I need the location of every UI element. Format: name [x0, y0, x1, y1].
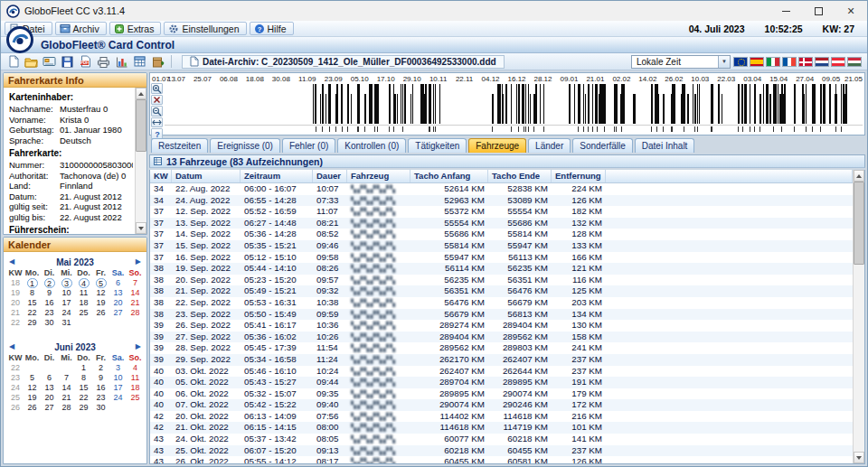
column-header-entfernung[interactable]: Entfernung: [552, 170, 606, 182]
calendar-day[interactable]: 13: [41, 383, 58, 393]
flag-dk-icon[interactable]: [798, 57, 813, 67]
calendar-day[interactable]: 5: [24, 373, 41, 383]
calendar-day[interactable]: 30: [41, 318, 58, 328]
toolbar-card-reader-icon[interactable]: [41, 54, 58, 69]
calendar-day[interactable]: 25: [75, 308, 92, 318]
table-row[interactable]: 4326. Okt. 202205:55 - 14:1208:17▚▞▚▞▚▞▚…: [150, 456, 853, 463]
table-row[interactable]: 3927. Sep. 202205:36 - 16:0210:26▚▞▚▞▚▞▚…: [150, 332, 853, 343]
column-header-zeitraum[interactable]: Zeitraum: [241, 170, 313, 182]
calendar-day[interactable]: 8: [75, 373, 92, 383]
maximize-button[interactable]: [802, 1, 835, 21]
table-row[interactable]: 4325. Okt. 202206:07 - 15:2009:13▚▞▚▞▚▞▚…: [150, 445, 853, 457]
calendar-day[interactable]: 1: [75, 363, 92, 373]
toolbar-chart-icon[interactable]: [113, 54, 130, 69]
table-scrollbar[interactable]: [853, 170, 864, 463]
calendar-day[interactable]: 12: [92, 288, 109, 298]
tab-sonderfälle[interactable]: Sonderfälle: [572, 138, 633, 153]
scroll-thumb[interactable]: [136, 99, 146, 152]
scroll-track[interactable]: [854, 182, 864, 452]
calendar-day[interactable]: 28: [58, 403, 75, 413]
toolbar-new-file-icon[interactable]: [5, 54, 22, 69]
calendar-day[interactable]: 27: [41, 403, 58, 413]
tab-fahrzeuge[interactable]: Fahrzeuge: [468, 138, 526, 153]
table-row[interactable]: 4003. Okt. 202205:46 - 16:1010:24▚▞▚▞▚▞▚…: [150, 366, 853, 378]
minimize-button[interactable]: [769, 1, 802, 21]
calendar-day[interactable]: 9: [41, 288, 58, 298]
table-row[interactable]: 3713. Sep. 202206:27 - 14:4808:21▚▞▚▞▚▞▚…: [150, 218, 853, 229]
calendar-day[interactable]: 27: [109, 308, 127, 318]
table-row[interactable]: 3712. Sep. 202205:52 - 16:5911:07▚▞▚▞▚▞▚…: [150, 206, 853, 218]
calendar-day[interactable]: 18: [75, 298, 92, 308]
flag-hu-icon[interactable]: [847, 57, 862, 67]
driver-info-scrollbar[interactable]: [135, 88, 146, 234]
calendar-day[interactable]: 25: [127, 393, 144, 403]
timeline-tool-zoom-out-icon[interactable]: [151, 106, 163, 117]
flag-at-icon[interactable]: [831, 57, 845, 67]
table-row[interactable]: 4005. Okt. 202205:43 - 15:2709:44▚▞▚▞▚▞▚…: [150, 377, 853, 388]
flag-nl-icon[interactable]: [815, 57, 829, 67]
toolbar-open-folder-icon[interactable]: [23, 54, 40, 69]
scroll-up-button[interactable]: [136, 88, 146, 99]
calendar-day[interactable]: 15: [75, 383, 92, 393]
toolbar-print-icon[interactable]: [95, 54, 112, 69]
scroll-down-button[interactable]: [136, 222, 146, 234]
calendar-day[interactable]: 29: [24, 318, 41, 328]
menu-extras[interactable]: Extras: [109, 22, 162, 35]
table-row[interactable]: 4007. Okt. 202205:42 - 15:2209:40▚▞▚▞▚▞▚…: [150, 399, 853, 411]
calendar-day[interactable]: 7: [127, 278, 144, 288]
table-row[interactable]: 3820. Sep. 202205:23 - 15:2009:57▚▞▚▞▚▞▚…: [150, 275, 853, 286]
calendar-day[interactable]: 23: [41, 308, 58, 318]
flag-es-icon[interactable]: [750, 57, 764, 67]
calendar-day[interactable]: 8: [24, 288, 41, 298]
table-row[interactable]: 3821. Sep. 202205:49 - 15:2109:32▚▞▚▞▚▞▚…: [150, 285, 853, 297]
calendar-day[interactable]: 4: [75, 278, 92, 288]
table-row[interactable]: 3819. Sep. 202205:44 - 14:1008:26▚▞▚▞▚▞▚…: [150, 263, 853, 275]
scroll-track[interactable]: [136, 99, 146, 222]
column-header-tacho-ende[interactable]: Tacho Ende: [488, 170, 552, 182]
table-row[interactable]: 4324. Okt. 202205:37 - 13:4208:05▚▞▚▞▚▞▚…: [150, 434, 853, 445]
table-row[interactable]: 3926. Sep. 202205:41 - 16:1710:36▚▞▚▞▚▞▚…: [150, 320, 853, 332]
calendar-day[interactable]: 21: [127, 298, 144, 308]
tab-kontrollen-0[interactable]: Kontrollen (0): [337, 138, 406, 153]
calendar-day[interactable]: 20: [41, 393, 58, 403]
table-row[interactable]: 3823. Sep. 202205:50 - 15:4909:59▚▞▚▞▚▞▚…: [150, 309, 853, 321]
calendar-day[interactable]: 12: [24, 383, 41, 393]
calendar-day[interactable]: 26: [92, 308, 109, 318]
calendar-day[interactable]: 14: [127, 288, 144, 298]
table-row[interactable]: 3715. Sep. 202205:35 - 15:2109:46▚▞▚▞▚▞▚…: [150, 240, 853, 252]
flag-eu-icon[interactable]: [733, 57, 748, 67]
column-header-fahrzeug[interactable]: Fahrzeug: [347, 170, 410, 182]
toolbar-save-icon[interactable]: [59, 54, 76, 69]
calendar-day[interactable]: 24: [58, 308, 75, 318]
calendar-day[interactable]: 28: [127, 308, 144, 318]
toolbar-table-icon[interactable]: [131, 54, 148, 69]
table-row[interactable]: 3928. Sep. 202205:45 - 17:3911:54▚▞▚▞▚▞▚…: [150, 342, 853, 354]
calendar-day[interactable]: 5: [92, 278, 109, 288]
table-row[interactable]: 3822. Sep. 202205:53 - 16:3110:38▚▞▚▞▚▞▚…: [150, 297, 853, 309]
tab-datei-inhalt[interactable]: Datei Inhalt: [635, 138, 695, 153]
calendar-day[interactable]: 19: [92, 298, 109, 308]
column-header-kw[interactable]: KW: [150, 170, 172, 182]
calendar-day[interactable]: 7: [58, 373, 75, 383]
table-row[interactable]: 4220. Okt. 202206:13 - 14:0907:56▚▞▚▞▚▞▚…: [150, 411, 853, 423]
tab-restzeiten[interactable]: Restzeiten: [151, 138, 208, 153]
table-row[interactable]: 3929. Sep. 202205:34 - 16:5811:24▚▞▚▞▚▞▚…: [150, 354, 853, 366]
calendar-day[interactable]: 16: [41, 298, 58, 308]
calendar-day[interactable]: 22: [75, 393, 92, 403]
calendar-day[interactable]: 18: [127, 383, 144, 393]
toolbar-pdf-export-icon[interactable]: PDF: [77, 54, 94, 69]
calendar-day[interactable]: 11: [127, 373, 144, 383]
scroll-up-button[interactable]: [854, 170, 864, 182]
calendar-day[interactable]: 11: [75, 288, 92, 298]
calendar-day[interactable]: 29: [75, 403, 92, 413]
calendar-day[interactable]: 15: [24, 298, 41, 308]
toolbar-backup-icon[interactable]: [149, 54, 166, 69]
calendar-day[interactable]: 31: [58, 318, 75, 328]
table-row[interactable]: 4221. Okt. 202206:15 - 14:1508:00▚▞▚▞▚▞▚…: [150, 422, 853, 434]
calendar-day[interactable]: 6: [109, 278, 127, 288]
next-month-button[interactable]: ▶: [136, 258, 141, 266]
flag-it-icon[interactable]: [766, 57, 780, 67]
column-header-tacho-anfang[interactable]: Tacho Anfang: [410, 170, 488, 182]
calendar-day[interactable]: 20: [109, 298, 127, 308]
calendar-day[interactable]: 22: [24, 308, 41, 318]
